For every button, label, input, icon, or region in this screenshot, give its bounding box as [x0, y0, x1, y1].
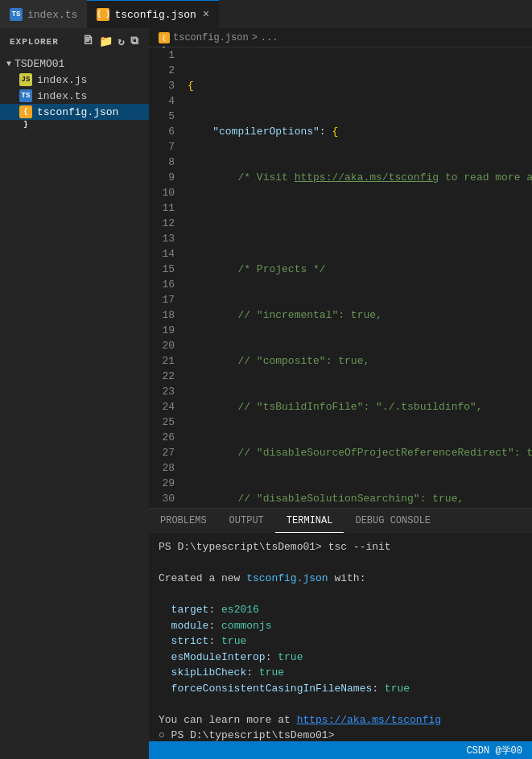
panel-tabs: PROBLEMS OUTPUT TERMINAL DEBUG CONSOLE [149, 509, 532, 533]
ln-22: 22 [149, 369, 175, 384]
code-content[interactable]: { "compilerOptions": { /* Visit https://… [181, 47, 532, 508]
sidebar-item-tsconfig-json[interactable]: { } tsconfig.json [0, 104, 149, 120]
ln-6: 6 [149, 124, 175, 139]
prop-skiplib-key: skipLibCheck [171, 666, 247, 679]
ln-25: 25 [149, 415, 175, 430]
ln-17: 17 [149, 292, 175, 307]
ln-30: 30 [149, 491, 175, 506]
ln-24: 24 [149, 399, 175, 415]
sidebar-item-index-ts-label: index.ts [37, 90, 87, 102]
line-numbers: 1 2 3 4 5 6 7 8 9 10 11 12 13 14 15 16 1… [149, 47, 181, 508]
sidebar-item-index-ts[interactable]: TS index.ts [0, 88, 149, 104]
prop-module-key: module [171, 620, 209, 632]
terminal-learn-more: You can learn more at https://aka.ms/tsc… [159, 712, 522, 728]
sidebar: Explorer 🖹 📁 ↻ ⧉ ▼ TSDEMO01 JS index.js … [0, 28, 149, 759]
json-file-icon: { } [19, 105, 32, 118]
sidebar-header: Explorer 🖹 📁 ↻ ⧉ [0, 28, 149, 55]
panel-tab-output[interactable]: OUTPUT [218, 509, 275, 533]
sidebar-project[interactable]: ▼ TSDEMO01 [0, 56, 149, 72]
terminal-content[interactable]: PS D:\typescript\tsDemo01> tsc --init Cr… [149, 533, 532, 741]
ts-icon: TS [10, 8, 23, 21]
sidebar-section: ▼ TSDEMO01 JS index.js TS index.ts { } t… [0, 55, 149, 122]
collapse-icon[interactable]: ⧉ [130, 35, 139, 48]
editor-area: { } tsconfig.json > ... 1 2 3 4 5 6 7 8 … [149, 28, 532, 759]
terminal-prompt2-line: ○ PS D:\typescript\tsDemo01> [159, 728, 522, 741]
code-line-3: /* Visit https://aka.ms/tsconfig to read… [188, 170, 532, 185]
ln-28: 28 [149, 460, 175, 476]
ln-11: 11 [149, 200, 175, 216]
panel-tab-terminal[interactable]: TERMINAL [275, 509, 344, 533]
tab-tsconfig-json-label: tsconfig.json [114, 9, 196, 21]
prop-force-key: forceConsistentCasingInFileNames [171, 683, 373, 695]
code-editor[interactable]: 1 2 3 4 5 6 7 8 9 10 11 12 13 14 15 16 1… [149, 47, 532, 508]
learn-more-link[interactable]: https://aka.ms/tsconfig [297, 714, 441, 726]
terminal-prop-strict: strict: true [159, 633, 522, 650]
tab-index-ts-label: index.ts [27, 9, 77, 21]
prop-strict-val: true [221, 635, 246, 647]
terminal-prompt-line: PS D:\typescript\tsDemo01> tsc --init [159, 539, 522, 555]
ln-16: 16 [149, 277, 175, 292]
terminal-prop-target: target: es2016 [159, 602, 522, 618]
ln-2: 2 [149, 63, 175, 78]
code-line-7: // "composite": true, [188, 353, 532, 369]
terminal-blank2 [159, 696, 522, 712]
prop-strict-key: strict [171, 635, 209, 647]
ln-14: 14 [149, 246, 175, 262]
terminal-prompt: PS D:\typescript\tsDemo01> tsc --init [159, 541, 391, 553]
json-icon: { } [97, 8, 109, 21]
close-icon[interactable]: × [203, 8, 209, 21]
sidebar-item-index-js-label: index.js [37, 74, 87, 86]
code-line-6: // "incremental": true, [188, 307, 532, 323]
ln-18: 18 [149, 307, 175, 323]
main-layout: Explorer 🖹 📁 ↻ ⧉ ▼ TSDEMO01 JS index.js … [0, 28, 532, 759]
tab-tsconfig-json[interactable]: { } tsconfig.json × [87, 0, 219, 28]
ln-5: 5 [149, 109, 175, 124]
breadcrumb-icon: { } [159, 32, 170, 43]
sidebar-item-index-js[interactable]: JS index.js [0, 72, 149, 88]
code-line-9: // "disableSourceOfProjectReferenceRedir… [188, 445, 532, 460]
ln-3: 3 [149, 78, 175, 93]
prop-force-val: true [385, 683, 410, 695]
ts-file-icon: TS [19, 89, 32, 102]
tab-bar: TS index.ts { } tsconfig.json × [0, 0, 532, 28]
refresh-icon[interactable]: ↻ [118, 35, 126, 48]
chevron-icon: ▼ [6, 60, 11, 68]
new-folder-icon[interactable]: 📁 [99, 35, 113, 48]
js-file-icon: JS [19, 73, 32, 86]
breadcrumb: { } tsconfig.json > ... [149, 28, 532, 47]
new-file-icon[interactable]: 🖹 [82, 35, 94, 48]
terminal-created-line [159, 555, 522, 571]
prop-target-key: target [171, 604, 209, 616]
code-line-1: { [188, 78, 532, 93]
terminal-prompt2: ○ PS D:\typescript\tsDemo01> [159, 729, 340, 741]
panel-tab-problems[interactable]: PROBLEMS [149, 509, 218, 533]
code-line-5: /* Projects */ [188, 262, 532, 277]
ln-15: 15 [149, 262, 175, 277]
ln-7: 7 [149, 139, 175, 155]
prop-esmodule-val: true [278, 651, 303, 663]
terminal-prop-module: module: commonjs [159, 618, 522, 634]
prop-target-val: es2016 [221, 604, 259, 616]
ln-27: 27 [149, 445, 175, 460]
status-bar: CSDN @学00 [149, 741, 532, 759]
ln-26: 26 [149, 430, 175, 445]
terminal-prop-force: forceConsistentCasingInFileNames: true [159, 681, 522, 697]
panel-tab-debug-console[interactable]: DEBUG CONSOLE [344, 509, 442, 533]
terminal-blank1 [159, 587, 522, 603]
ln-19: 19 [149, 323, 175, 338]
breadcrumb-rest: ... [261, 32, 278, 43]
ln-9: 9 [149, 170, 175, 185]
code-line-10: // "disableSolutionSearching": true, [188, 491, 532, 506]
code-line-4 [188, 216, 532, 231]
ln-8: 8 [149, 155, 175, 170]
terminal-prop-esmodule: esModuleInterop: true [159, 650, 522, 666]
tab-index-ts[interactable]: TS index.ts [0, 0, 87, 28]
code-line-2: "compilerOptions": { [188, 124, 532, 139]
ln-23: 23 [149, 384, 175, 399]
ln-13: 13 [149, 231, 175, 246]
status-csdn: CSDN @学00 [466, 744, 522, 757]
sidebar-title: Explorer [10, 37, 59, 47]
sidebar-item-tsconfig-json-label: tsconfig.json [37, 106, 118, 118]
terminal-created-msg: Created a new tsconfig.json with: [159, 571, 522, 587]
project-label: TSDEMO01 [14, 58, 64, 70]
